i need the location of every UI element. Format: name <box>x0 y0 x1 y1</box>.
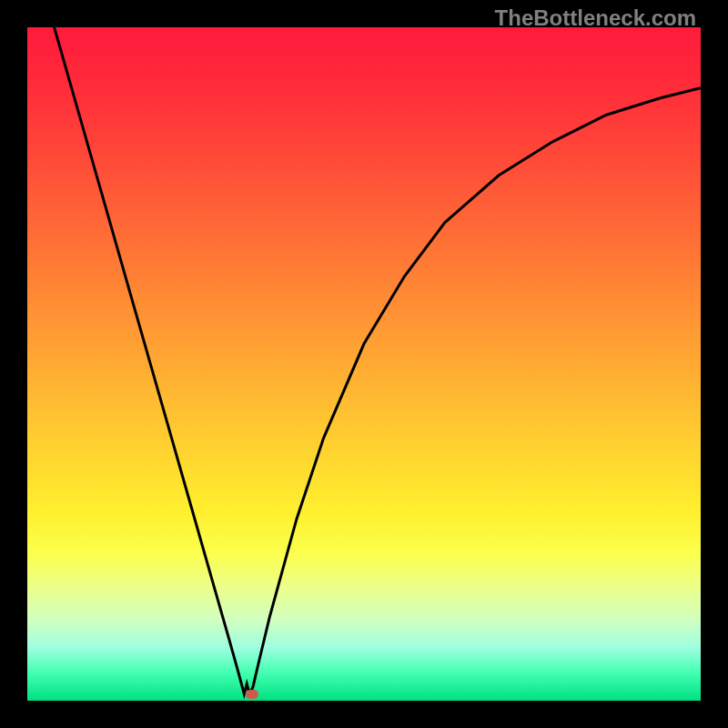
plot-area <box>27 27 701 701</box>
optimal-marker <box>246 690 258 699</box>
bottleneck-curve <box>55 27 701 694</box>
curve-svg <box>27 27 701 701</box>
chart-container: TheBottleneck.com <box>0 0 728 728</box>
watermark-text: TheBottleneck.com <box>495 5 696 31</box>
